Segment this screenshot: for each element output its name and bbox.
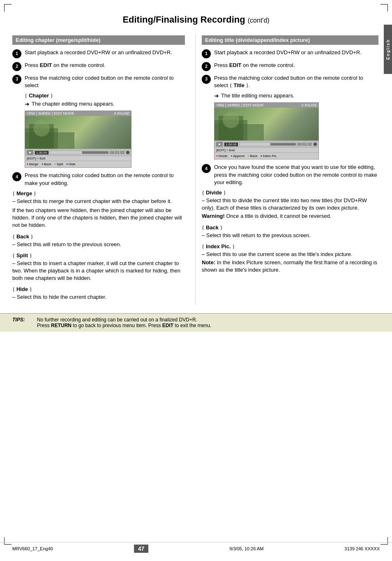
left-step-1: 1 Start playback a recorded DVD+RW or an… [12,49,185,58]
term-merge-desc: – Select this to merge the current chapt… [12,198,185,205]
right-step-num-2: 2 [202,62,211,71]
term-split-desc: – Select this to insert a chapter marker… [12,260,185,282]
right-step-4: 4 Once you have found the scene that you… [202,164,378,186]
right-section-header: Editing title (divide/append/Index pictu… [202,35,378,45]
content-area: Editing chapter (merge/split/hide) 1 Sta… [0,31,392,309]
right-screen-bg [214,108,318,141]
left-step-2: 2 Press EDIT on the remote control. [12,62,185,71]
footer-date: 9/3/05, 10:26 AM [229,546,263,551]
right-step-num-4: 4 [202,164,211,173]
step-text-3: Press the matching color coded button on… [25,74,185,89]
right-screen-status: II PAUSE [302,103,317,107]
step-num-2: 2 [12,62,21,71]
left-buttons-bar: Merge Back Split Hide [25,161,131,167]
left-btn-hide: Hide [67,162,76,166]
right-arrow-result: ➜ The title editing menu appears. [214,92,378,99]
term-hide-title: { Hide } [12,286,185,293]
title-cont: (cont'd) [248,17,270,24]
left-progress-bar [50,151,108,154]
term-back-title: { Back } [12,233,185,240]
title-main: Editing/Finalising Recording [122,14,245,25]
right-step-text-1: Start playback a recorded DVD+RW or an u… [214,49,378,56]
step-num-1: 1 [12,49,21,58]
right-step-1: 1 Start playback a recorded DVD+RW or an… [202,49,378,58]
step-text-4: Press the matching color coded button on… [25,172,185,187]
right-screen-topbar: +RW | SHREK | EDIT MODE II PAUSE [214,103,318,108]
left-progress-fill [50,151,82,154]
right-edit-exit: [EDIT] = Exit [214,148,318,153]
left-step-3: 3 Press the matching color coded button … [12,74,185,89]
page-number: 47 [134,545,149,553]
column-divider [195,35,196,305]
right-column: Editing title (divide/append/Index pictu… [198,35,378,305]
right-btn-divide: Divide [216,154,228,158]
arrow-icon: ➜ [25,101,30,107]
step-num-4: 4 [12,172,21,181]
term-back-desc: – Select this will return to the previou… [12,241,185,248]
term-right-back-desc: – Select this will return to the previou… [202,232,378,239]
left-column: Editing chapter (merge/split/hide) 1 Sta… [12,35,193,305]
left-scene-svg [25,116,131,149]
right-controls-bar: ▶ 1:00:00 00:01:02 [214,141,318,148]
right-step-num-1: 1 [202,49,211,58]
left-btn-split: Split [55,162,63,166]
term-indexpic-desc: – Select this to use the current scene a… [202,251,378,258]
left-arrow-result: ➜ The chapter editing menu appears. [25,101,185,107]
left-controls-bar: ▶ 1:00:00 00:01:02 [25,149,131,156]
right-step-text-4: Once you have found the scene that you w… [214,164,378,186]
term-merge-extra: If the two chapters were hidden, then th… [12,207,185,229]
left-screen-status: II PAUSE [114,111,129,115]
term-split: { Split } – Select this to insert a chap… [12,252,185,282]
product-code: 3139 246 XXXXX [344,546,380,551]
left-time-remaining: 00:01:02 [110,150,125,155]
step-num-3: 3 [12,75,21,84]
svg-point-3 [33,120,50,136]
term-split-title: { Split } [12,252,185,259]
term-back: { Back } – Select this will return to th… [12,233,185,248]
left-screen-bg [25,116,131,149]
corner-tl [4,4,12,12]
right-arrow-icon: ➜ [214,92,219,99]
right-step-text-3: Press the matching color coded button on… [214,74,378,89]
left-chapter-label: { Chapter } [25,92,185,99]
right-ctrl-icon: ▶ [216,142,223,147]
page-title: Editing/Finalising Recording (cont'd) [0,8,392,31]
right-time-remaining: 00:01:02 [297,142,312,146]
left-btn-merge: Merge [27,162,38,166]
term-indexpic-note: Note: In the Index Picture screen, norma… [202,259,378,274]
term-divide-warning: Warning! Once a title is divided, it can… [202,212,378,220]
right-buttons-bar: Divide Append Back Index Pic. [214,153,318,159]
term-divide-title: { Divide } [202,189,378,196]
left-ctrl-time: 1:00:00 [35,151,48,155]
term-divide-desc: – Select this to divide the current titl… [202,197,378,212]
tips-bar: TIPS: No further recording and editing c… [0,313,392,332]
svg-point-7 [223,112,239,128]
right-step-3: 3 Press the matching color coded button … [202,74,378,89]
term-merge: { Merge } – Select this to merge the cur… [12,190,185,229]
right-progress-bar [240,143,296,145]
step-text-2: Press EDIT on the remote control. [25,62,185,69]
right-ctrl-dot [314,143,317,146]
left-edit-exit: [EDIT] = Exit [25,156,131,161]
term-right-back: { Back } – Select this will return to th… [202,224,378,239]
left-screen-title: +RW | SHREK | EDIT MODE [27,111,74,115]
right-step-text-2: Press EDIT on the remote control. [214,62,378,69]
right-screen-sim: +RW | SHREK | EDIT MODE II PAUSE ▶ [214,102,319,159]
right-btn-back: Back [248,154,257,158]
left-screen-sim: +RW | SHREK | EDIT MODE II PAUSE [25,111,131,168]
left-ctrl-icon: ▶ [27,150,33,155]
corner-tr [380,4,388,12]
right-btn-append: Append [231,154,244,158]
chapter-menu-appears: The chapter editing menu appears. [32,101,115,107]
tips-label: TIPS: [12,317,33,328]
left-screen-topbar: +RW | SHREK | EDIT MODE II PAUSE [25,111,131,116]
right-ctrl-time: 1:00:00 [224,143,238,146]
left-ctrl-dot [126,151,129,154]
left-step-4: 4 Press the matching color coded button … [12,172,185,187]
term-merge-title: { Merge } [12,190,185,197]
english-label: English [386,39,390,60]
left-btn-back: Back [42,162,51,166]
page-wrapper: English Editing/Finalising Recording (co… [0,0,392,561]
term-hide-desc: – Select this to hide the current chapte… [12,293,185,301]
title-menu-appears: The title editing menu appears. [221,92,295,99]
